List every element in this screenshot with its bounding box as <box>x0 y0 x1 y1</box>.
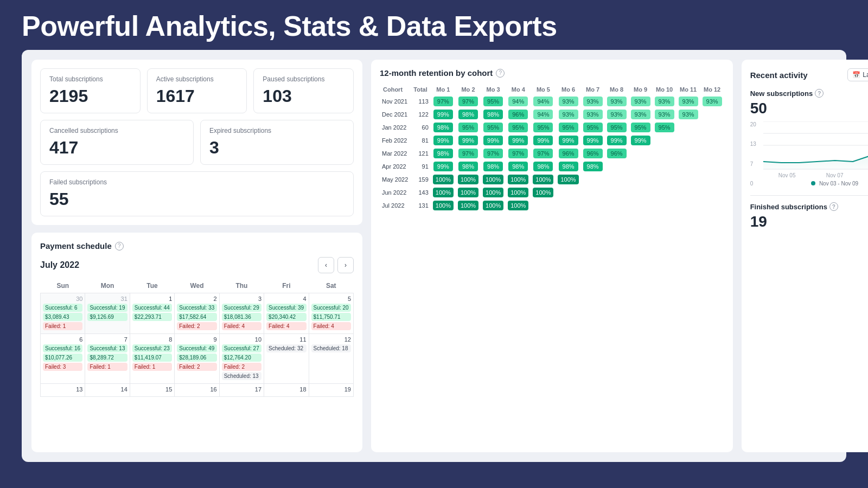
calendar-success-badge: $18,081.36 <box>222 313 261 321</box>
cohort-row-total: 121 <box>410 147 430 160</box>
calendar-failed-badge: Failed: 1 <box>132 363 172 371</box>
calendar-success-badge: $11,419.07 <box>132 354 172 362</box>
cohort-cell-mo6: 100% <box>556 173 580 186</box>
cohort-cell-mo5: 94% <box>531 95 556 108</box>
calendar-month: July 2022 <box>40 260 79 270</box>
cohort-row-cohort: Apr 2022 <box>380 160 410 173</box>
calendar-body: 30Successful: 6$3,089.43Failed: 131Succe… <box>41 293 354 397</box>
calendar-prev-button[interactable]: ‹ <box>318 257 334 273</box>
calendar-success-badge: $22,293.71 <box>132 313 172 321</box>
cohort-cell-mo9 <box>629 186 653 199</box>
calendar-success-badge: Successful: 27 <box>222 344 261 352</box>
cohort-row-cohort: Mar 2022 <box>380 147 410 160</box>
cohort-cell-mo1: 98% <box>431 121 456 134</box>
calendar-day-number: 1 <box>132 296 172 302</box>
cohort-header-mo2: Mo 2 <box>456 84 481 95</box>
cohort-cell-mo12 <box>700 134 724 147</box>
cohort-cell-mo3: 100% <box>481 186 506 199</box>
calendar-day-cell: 9Successful: 49$28,189.06Failed: 2 <box>175 334 219 384</box>
calendar-day-number: 7 <box>87 336 127 343</box>
calendar-day-number: 3 <box>222 296 261 302</box>
calendar-header-fri: Fri <box>264 279 309 293</box>
calendar-nav: July 2022 ‹ › <box>40 257 354 273</box>
calendar-success-badge: Successful: 16 <box>43 344 82 352</box>
stats-row-3: Failed subscriptions 55 <box>40 171 354 216</box>
cohort-cell-mo11 <box>676 186 700 199</box>
active-value: 1617 <box>156 86 238 106</box>
cohort-cell-mo11 <box>676 173 700 186</box>
cohort-cell-mo5: 94% <box>531 108 556 121</box>
cohort-cell-mo9: 95% <box>629 121 653 134</box>
new-subs-title: New subscriptions <box>750 89 813 98</box>
cohort-row: Feb 20228199%99%99%99%99%99%99%99%99% <box>380 134 724 147</box>
cohort-cell-mo11 <box>676 199 700 212</box>
cohort-cell-mo6 <box>556 199 580 212</box>
y-label-7: 7 <box>750 161 756 167</box>
cohort-cell-mo10 <box>653 134 676 147</box>
calendar-day-number: 6 <box>43 336 82 343</box>
cohort-row-cohort: Jan 2022 <box>380 121 410 134</box>
total-subscriptions-card: Total subscriptions 2195 <box>40 68 141 113</box>
cohort-cell-mo9 <box>629 173 653 186</box>
cohort-cell-mo5: 99% <box>531 134 556 147</box>
cohort-cell-mo11 <box>676 160 700 173</box>
calendar-success-badge: $10,077.26 <box>43 354 82 362</box>
calendar-next-button[interactable]: › <box>337 257 354 273</box>
calendar-day-number: 18 <box>266 386 306 393</box>
expired-value: 3 <box>209 138 344 158</box>
failed-value: 55 <box>49 189 344 209</box>
calendar-day-cell: 4Successful: 39$20,340.42Failed: 4 <box>264 293 309 334</box>
calendar-header-wed: Wed <box>175 279 219 293</box>
payment-section-title: Payment schedule <box>40 241 112 251</box>
calendar-day-cell: 7Successful: 13$8,289.72Failed: 1 <box>85 334 130 384</box>
cohort-row-total: 159 <box>410 173 430 186</box>
finished-subs-help-icon[interactable]: ? <box>829 202 838 211</box>
cohort-cell-mo6: 93% <box>556 108 580 121</box>
cohort-cell-mo12 <box>700 108 724 121</box>
cohort-cell-mo4: 100% <box>506 173 531 186</box>
y-label-13: 13 <box>750 141 756 147</box>
new-subs-help-icon[interactable]: ? <box>815 89 824 98</box>
calendar-failed-badge: Failed: 2 <box>177 322 216 330</box>
calendar-header-mon: Mon <box>85 279 130 293</box>
calendar-success-badge: $9,126.69 <box>87 313 127 321</box>
calendar-day-number: 30 <box>43 296 82 302</box>
payment-schedule-section: Payment schedule ? July 2022 ‹ › Sun Mon <box>31 233 362 452</box>
calendar-success-badge: Successful: 6 <box>43 304 82 312</box>
cohort-cell-mo5 <box>531 199 556 212</box>
cohort-cell-mo3: 100% <box>481 199 506 212</box>
cohort-section: 12-month retention by cohort ? CohortTot… <box>371 60 733 452</box>
cohort-cell-mo12: 93% <box>700 95 724 108</box>
paused-subscriptions-card: Paused subscriptions 103 <box>253 68 354 113</box>
date-filter-button[interactable]: 📅 Last 7 days ▾ <box>847 68 868 81</box>
cohort-row-cohort: Jun 2022 <box>380 186 410 199</box>
cohort-cell-mo7: 93% <box>581 108 605 121</box>
calendar-scheduled-badge: Scheduled: 13 <box>222 372 261 380</box>
cohort-cell-mo12 <box>700 160 724 173</box>
cohort-cell-mo3: 95% <box>481 121 506 134</box>
cohort-row-cohort: Feb 2022 <box>380 134 410 147</box>
cohort-row: Dec 202112299%98%98%96%94%93%93%93%93%93… <box>380 108 724 121</box>
cohort-help-icon[interactable]: ? <box>496 69 505 78</box>
calendar-success-badge: Successful: 49 <box>177 344 216 352</box>
cohort-row: Mar 202212198%97%97%97%97%96%96%96% <box>380 147 724 160</box>
cohort-row-total: 131 <box>410 199 430 212</box>
cohort-cell-mo7: 95% <box>581 121 605 134</box>
payment-help-icon[interactable]: ? <box>115 242 124 251</box>
cohort-cell-mo8: 95% <box>605 121 629 134</box>
calendar-day-number: 12 <box>311 336 351 343</box>
expired-label: Expired subscriptions <box>209 127 344 134</box>
cohort-cell-mo8: 93% <box>605 108 629 121</box>
cohort-cell-mo2: 97% <box>456 147 481 160</box>
cohort-cell-mo4: 97% <box>506 147 531 160</box>
calendar-header-sun: Sun <box>41 279 85 293</box>
calendar-day-number: 17 <box>222 386 261 393</box>
finished-subs-header-row: Finished subscriptions ? Last 7 days <box>750 202 868 211</box>
legend-dot <box>811 181 815 185</box>
cohort-cell-mo2: 97% <box>456 95 481 108</box>
expired-subscriptions-card: Expired subscriptions 3 <box>200 120 354 165</box>
cohort-cell-mo4: 98% <box>506 160 531 173</box>
calendar-failed-badge: Failed: 2 <box>177 363 216 371</box>
cohort-row: Jul 2022131100%100%100%100% <box>380 199 724 212</box>
cancelled-label: Cancelled subscriptions <box>49 127 184 134</box>
